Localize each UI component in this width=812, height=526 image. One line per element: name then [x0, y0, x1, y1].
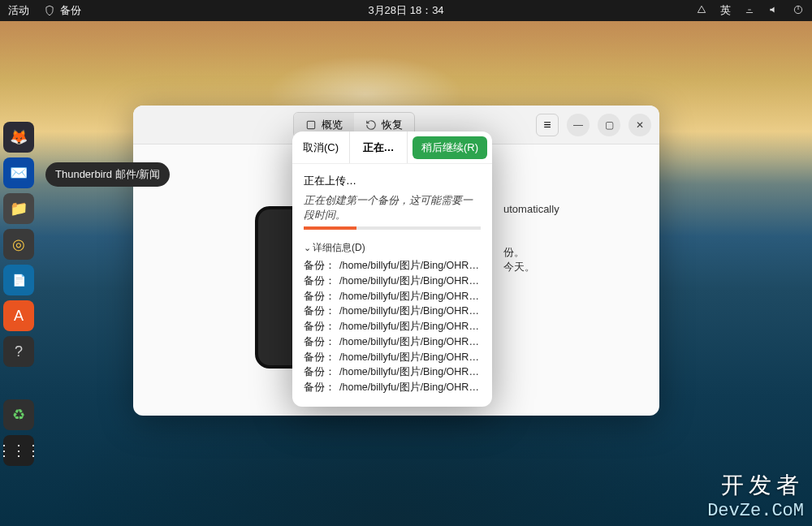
- hamburger-icon: ≡: [543, 118, 551, 132]
- backup-row-label: 备份：: [304, 258, 339, 274]
- backup-row-path: /home/billyfu/图片/Bing/OHR.Cava: [339, 336, 481, 347]
- active-app-label: 备份: [60, 3, 81, 18]
- backup-file-row: 备份：/home/billyfu/图片/Bing/OHR.Cast: [304, 319, 481, 334]
- network-icon[interactable]: [744, 4, 755, 18]
- dock-item-files[interactable]: 📁: [3, 193, 34, 224]
- activities-button[interactable]: 活动: [8, 3, 29, 18]
- watermark: 开发者 DevZe.CoM: [707, 470, 804, 521]
- backup-row-label: 备份：: [304, 304, 339, 319]
- dock-item-rhythmbox[interactable]: ◎: [3, 229, 34, 260]
- backup-row-path: /home/billyfu/图片/Bing/OHR.Cast: [339, 321, 481, 332]
- store-icon: A: [14, 308, 24, 325]
- backup-file-row: 备份：/home/billyfu/图片/Bing/OHR.Buc: [304, 258, 481, 274]
- shield-icon: [44, 5, 55, 16]
- backup-file-row: 备份：/home/billyfu/图片/Bing/OHR.Cap: [304, 289, 481, 304]
- backup-row-label: 备份：: [304, 380, 339, 395]
- tab-overview-label: 概览: [322, 118, 343, 132]
- backup-row-label: 备份：: [304, 274, 339, 289]
- progress-fill: [304, 226, 356, 230]
- maximize-button[interactable]: ▢: [598, 114, 620, 136]
- progress-bar: [304, 226, 481, 230]
- dock-item-firefox[interactable]: 🦊: [3, 122, 34, 153]
- backup-row-path: /home/billyfu/图片/Bing/OHR.Che: [339, 366, 481, 377]
- help-icon: ?: [15, 343, 23, 360]
- document-icon: 📄: [12, 274, 26, 287]
- details-expander[interactable]: 详细信息(D): [304, 241, 481, 255]
- dock-item-apps[interactable]: ⋮⋮⋮: [3, 435, 34, 466]
- minimize-icon: —: [573, 119, 583, 131]
- backup-row-label: 备份：: [304, 289, 339, 304]
- backup-row-label: 备份：: [304, 334, 339, 350]
- backup-row-path: /home/billyfu/图片/Bing/OHR.Cap: [339, 291, 481, 302]
- dock-item-help[interactable]: ?: [3, 336, 34, 367]
- bg-text-automatic: utomatically: [503, 203, 659, 215]
- bg-text-suffix2: 今天。: [503, 260, 659, 274]
- backup-file-row: 备份：/home/billyfu/图片/Bing/OHR.Che: [304, 364, 481, 380]
- restore-icon: [365, 119, 377, 131]
- backup-file-list: 备份：/home/billyfu/图片/Bing/OHR.Buc备份：/home…: [304, 258, 481, 395]
- dock: 🦊 ✉️ 📁 ◎ 📄 A ? ♻ ⋮⋮⋮: [3, 122, 36, 466]
- backup-file-row: 备份：/home/billyfu/图片/Bing/OHR.Cam: [304, 274, 481, 289]
- active-app-indicator[interactable]: 备份: [44, 3, 81, 18]
- cancel-button[interactable]: 取消(C): [292, 132, 350, 163]
- dock-item-software[interactable]: A: [3, 300, 34, 331]
- minimize-button[interactable]: —: [567, 114, 590, 136]
- backup-file-row: 备份：/home/billyfu/图片/Bing/OHR.Cha: [304, 350, 481, 365]
- backup-row-label: 备份：: [304, 350, 339, 365]
- top-bar: 活动 备份 3月28日 18：34 英: [0, 0, 812, 21]
- backup-file-row: 备份：/home/billyfu/图片/Bing/OHR.Cap: [304, 304, 481, 319]
- backup-row-label: 备份：: [304, 364, 339, 380]
- close-icon: ✕: [636, 119, 644, 131]
- tray-icon[interactable]: [696, 4, 707, 18]
- dialog-header: 取消(C) 正在… 稍后继续(R): [292, 132, 492, 164]
- resume-later-button[interactable]: 稍后继续(R): [412, 136, 487, 159]
- uploading-label: 正在上传…: [304, 174, 481, 188]
- close-button[interactable]: ✕: [628, 114, 651, 136]
- maximize-icon: ▢: [605, 119, 614, 131]
- backup-file-row: 备份：/home/billyfu/图片/Bing/OHR.Cava: [304, 334, 481, 350]
- menu-button[interactable]: ≡: [536, 114, 559, 136]
- folder-icon: 📁: [10, 200, 28, 218]
- dock-item-thunderbird[interactable]: ✉️: [3, 157, 34, 188]
- watermark-line1: 开发者: [707, 470, 804, 501]
- bg-text-suffix1: 份。: [503, 245, 659, 260]
- watermark-line2: DevZe.CoM: [707, 501, 804, 521]
- clock[interactable]: 3月28日 18：34: [368, 3, 443, 18]
- backup-row-path: /home/billyfu/图片/Bing/OHR.Cap: [339, 305, 481, 317]
- backup-file-row: 备份：/home/billyfu/图片/Bing/OHR.Clar: [304, 380, 481, 395]
- trash-icon: ♻: [12, 406, 25, 424]
- dialog-title: 正在…: [350, 132, 408, 163]
- dock-item-trash[interactable]: ♻: [3, 399, 34, 430]
- thunderbird-icon: ✉️: [10, 164, 28, 182]
- volume-icon[interactable]: [768, 4, 780, 18]
- overview-icon: [305, 119, 317, 131]
- power-icon[interactable]: [793, 4, 804, 18]
- backup-row-path: /home/billyfu/图片/Bing/OHR.Cha: [339, 351, 481, 363]
- ime-indicator[interactable]: 英: [720, 3, 731, 18]
- backup-row-path: /home/billyfu/图片/Bing/OHR.Cam: [339, 275, 481, 287]
- firefox-icon: 🦊: [10, 128, 28, 146]
- music-icon: ◎: [12, 235, 25, 253]
- first-backup-note: 正在创建第一个备份，这可能需要一段时间。: [304, 193, 481, 222]
- svg-rect-1: [307, 121, 314, 128]
- dock-item-writer[interactable]: 📄: [3, 265, 34, 295]
- backup-row-label: 备份：: [304, 319, 339, 334]
- dock-tooltip: Thunderbird 邮件/新闻: [45, 162, 170, 187]
- backup-row-path: /home/billyfu/图片/Bing/OHR.Clar: [339, 382, 481, 393]
- tab-restore-label: 恢复: [382, 118, 403, 132]
- backup-progress-dialog: 取消(C) 正在… 稍后继续(R) 正在上传… 正在创建第一个备份，这可能需要一…: [292, 132, 492, 407]
- backup-row-path: /home/billyfu/图片/Bing/OHR.Buc: [339, 260, 481, 271]
- apps-grid-icon: ⋮⋮⋮: [0, 442, 41, 459]
